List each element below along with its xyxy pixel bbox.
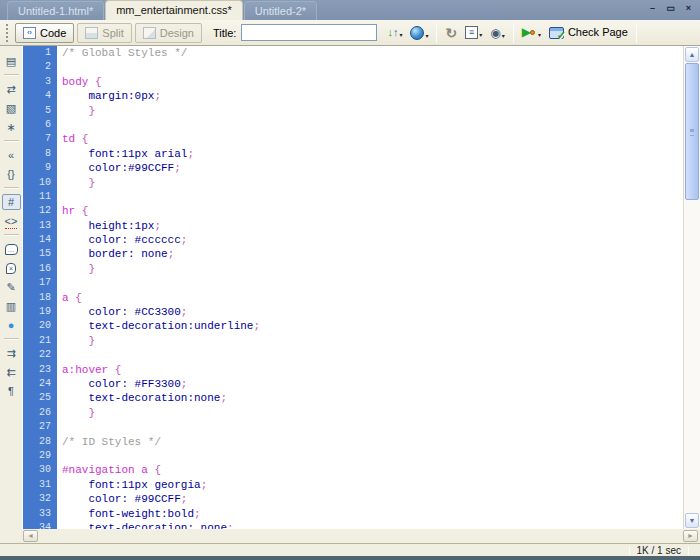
- toolbar-grip[interactable]: [6, 24, 9, 42]
- code-line[interactable]: 2: [23, 60, 683, 74]
- code-line[interactable]: 21 }: [23, 334, 683, 348]
- code-view-button[interactable]: ‹› Code: [15, 23, 74, 43]
- close-button[interactable]: ×: [682, 2, 695, 14]
- code-line[interactable]: 15 border: none;: [23, 247, 683, 261]
- wrap-tag-icon: ✎: [6, 280, 15, 294]
- file-management-icon[interactable]: ↓↑▾: [383, 24, 406, 41]
- code-line[interactable]: 13 height:1px;: [23, 219, 683, 233]
- code-line[interactable]: 7td {: [23, 132, 683, 146]
- check-page-button[interactable]: ✓Check Page: [545, 24, 632, 41]
- code-text: a:hover {: [57, 363, 121, 377]
- code-line[interactable]: 14 color: #cccccc;: [23, 233, 683, 247]
- code-line[interactable]: 1/* Global Styles */: [23, 46, 683, 60]
- code-text: [57, 420, 62, 434]
- document-tab[interactable]: Untitled-2*: [244, 1, 317, 20]
- code-segment: body: [62, 76, 88, 88]
- code-line[interactable]: 19 color: #CC3300;: [23, 305, 683, 319]
- select-parent-tag-icon[interactable]: «: [2, 147, 21, 163]
- restore-button[interactable]: ▭: [664, 2, 677, 14]
- code-line[interactable]: 30#navigation a {: [23, 463, 683, 477]
- code-text: }: [57, 262, 95, 276]
- document-tab[interactable]: mm_entertainment.css*: [105, 0, 243, 20]
- open-documents-icon[interactable]: ▤: [2, 53, 21, 69]
- code-text: [57, 118, 62, 132]
- validate-markup-icon[interactable]: ▶▾: [518, 24, 545, 41]
- code-text: color:#99CCFF;: [57, 161, 181, 175]
- wrap-tag-icon[interactable]: ✎: [2, 279, 21, 295]
- code-line[interactable]: 16 }: [23, 262, 683, 276]
- split-view-button[interactable]: Split: [77, 23, 131, 43]
- code-line[interactable]: 9 color:#99CCFF;: [23, 161, 683, 175]
- code-line[interactable]: 18a {: [23, 291, 683, 305]
- code-segment: ;: [154, 90, 161, 102]
- visual-aids-icon[interactable]: ◉▾: [486, 24, 509, 42]
- code-line[interactable]: 25 text-decoration:none;: [23, 391, 683, 405]
- code-line[interactable]: 29: [23, 449, 683, 463]
- move-convert-css-icon[interactable]: ●: [2, 317, 21, 333]
- code-line[interactable]: 10 }: [23, 176, 683, 190]
- code-line[interactable]: 4 margin:0px;: [23, 89, 683, 103]
- dreamweaver-window: Untitled-1.html*mm_entertainment.css*Unt…: [0, 0, 700, 560]
- code-editor[interactable]: 1/* Global Styles */23body {4 margin:0px…: [23, 46, 683, 529]
- collapse-selection-icon[interactable]: ▧: [2, 100, 21, 116]
- code-text: [57, 348, 62, 362]
- code-line[interactable]: 8 font:11px arial;: [23, 147, 683, 161]
- code-segment: color: #cccccc: [62, 234, 181, 246]
- document-size-time: 1K / 1 sec: [637, 545, 681, 556]
- title-input[interactable]: [241, 24, 377, 41]
- expand-all-icon[interactable]: ∗: [2, 119, 21, 135]
- code-line[interactable]: 26 }: [23, 406, 683, 420]
- highlight-invalid-code-icon[interactable]: <>: [2, 213, 21, 229]
- code-line[interactable]: 5 }: [23, 104, 683, 118]
- code-line[interactable]: 33 font-weight:bold;: [23, 507, 683, 521]
- code-line[interactable]: 31 font:11px georgia;: [23, 478, 683, 492]
- select-parent-tag-icon: «: [8, 148, 14, 162]
- chevron-down-icon: ▾: [425, 32, 428, 40]
- code-line[interactable]: 28/* ID Styles */: [23, 435, 683, 449]
- scroll-up-arrow[interactable]: ▲: [685, 47, 699, 62]
- browser-window-icon: ✓: [549, 27, 564, 39]
- collapse-full-tag-icon[interactable]: ⇄: [2, 81, 21, 97]
- code-segment: border: none: [62, 248, 168, 260]
- scroll-right-arrow[interactable]: ►: [683, 530, 698, 542]
- line-number: 8: [23, 147, 57, 161]
- code-line[interactable]: 24 color: #FF3300;: [23, 377, 683, 391]
- code-line[interactable]: 32 color: #99CCFF;: [23, 492, 683, 506]
- indent-code-icon[interactable]: ⇉: [2, 345, 21, 361]
- line-number: 26: [23, 406, 57, 420]
- remove-comment-icon[interactable]: ×: [2, 260, 21, 276]
- view-options-icon[interactable]: ≡▾: [461, 24, 486, 41]
- code-line[interactable]: 3body {: [23, 75, 683, 89]
- code-line[interactable]: 11: [23, 190, 683, 204]
- minimize-button[interactable]: –: [646, 2, 659, 14]
- horizontal-scrollbar[interactable]: ◄ ►: [0, 529, 700, 543]
- move-convert-css-icon: ●: [8, 318, 15, 332]
- code-line[interactable]: 23a:hover {: [23, 363, 683, 377]
- code-line[interactable]: 34 text-decoration: none;: [23, 521, 683, 529]
- code-line[interactable]: 17: [23, 276, 683, 290]
- scroll-down-arrow[interactable]: ▼: [685, 513, 699, 528]
- title-label: Title:: [213, 27, 236, 39]
- balance-braces-icon[interactable]: {}: [2, 166, 21, 182]
- line-number: 11: [23, 190, 57, 204]
- apply-comment-icon[interactable]: …: [2, 241, 21, 257]
- recent-snippets-icon[interactable]: ▥: [2, 298, 21, 314]
- document-tab[interactable]: Untitled-1.html*: [7, 1, 104, 20]
- code-segment: {: [69, 292, 82, 304]
- scroll-left-arrow[interactable]: ◄: [23, 530, 38, 542]
- coding-toolbar-separator: [4, 140, 19, 142]
- code-line[interactable]: 22: [23, 348, 683, 362]
- toolbar-separator: [513, 23, 514, 43]
- code-line[interactable]: 27: [23, 420, 683, 434]
- outdent-code-icon[interactable]: ⇇: [2, 364, 21, 380]
- design-view-button[interactable]: Design: [135, 23, 202, 43]
- vertical-scrollbar[interactable]: ▲ ▼: [683, 46, 700, 529]
- line-numbers-icon[interactable]: #: [2, 194, 21, 210]
- refresh-design-view-icon[interactable]: ↻: [441, 24, 461, 42]
- format-source-code-icon[interactable]: ¶: [2, 383, 21, 399]
- code-line[interactable]: 6: [23, 118, 683, 132]
- code-line[interactable]: 12hr {: [23, 204, 683, 218]
- vertical-scroll-thumb[interactable]: [685, 63, 699, 200]
- code-line[interactable]: 20 text-decoration:underline;: [23, 319, 683, 333]
- preview-in-browser-icon[interactable]: ▾: [406, 24, 432, 42]
